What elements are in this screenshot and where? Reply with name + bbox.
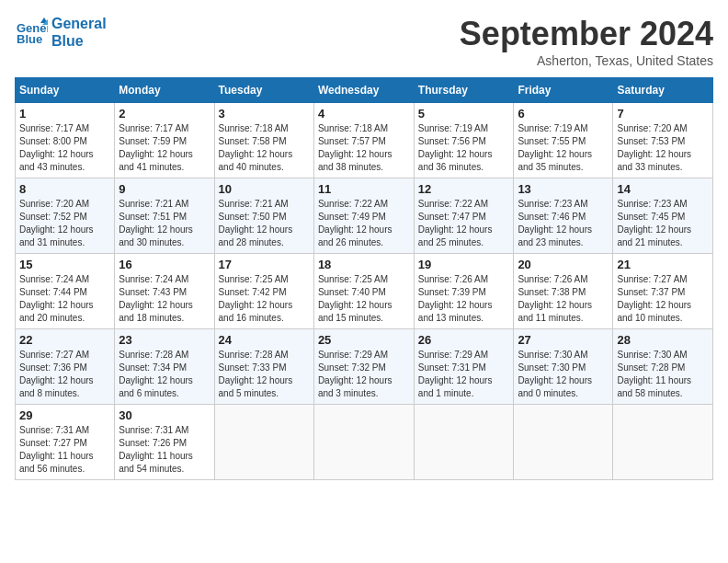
calendar-table: SundayMondayTuesdayWednesdayThursdayFrid… [15, 77, 713, 480]
day-number: 29 [19, 408, 110, 422]
day-info: Sunrise: 7:30 AM Sunset: 7:30 PM Dayligh… [518, 349, 609, 400]
column-header-sunday: Sunday [16, 78, 115, 103]
day-number: 20 [518, 258, 609, 271]
day-info: Sunrise: 7:23 AM Sunset: 7:45 PM Dayligh… [617, 198, 709, 249]
calendar-cell: 8 Sunrise: 7:20 AM Sunset: 7:52 PM Dayli… [16, 178, 115, 254]
column-header-wednesday: Wednesday [313, 78, 414, 103]
calendar-cell: 28 Sunrise: 7:30 AM Sunset: 7:28 PM Dayl… [613, 329, 713, 405]
day-number: 10 [219, 182, 310, 196]
calendar-cell: 30 Sunrise: 7:31 AM Sunset: 7:26 PM Dayl… [115, 405, 214, 480]
day-info: Sunrise: 7:21 AM Sunset: 7:51 PM Dayligh… [119, 198, 210, 249]
calendar-cell: 13 Sunrise: 7:23 AM Sunset: 7:46 PM Dayl… [514, 178, 613, 254]
calendar-week-row: 22 Sunrise: 7:27 AM Sunset: 7:36 PM Dayl… [16, 329, 713, 405]
day-number: 25 [318, 333, 410, 347]
logo-text: General Blue [51, 15, 107, 50]
day-info: Sunrise: 7:19 AM Sunset: 7:55 PM Dayligh… [518, 122, 609, 174]
calendar-cell: 17 Sunrise: 7:25 AM Sunset: 7:42 PM Dayl… [214, 254, 313, 329]
calendar-cell [313, 405, 414, 480]
calendar-header-row: SundayMondayTuesdayWednesdayThursdayFrid… [16, 78, 713, 103]
day-number: 11 [318, 182, 410, 196]
day-number: 27 [518, 333, 609, 347]
month-year-title: September 2024 [460, 15, 713, 53]
calendar-cell: 22 Sunrise: 7:27 AM Sunset: 7:36 PM Dayl… [16, 329, 115, 405]
day-info: Sunrise: 7:19 AM Sunset: 7:56 PM Dayligh… [418, 122, 510, 174]
page-header: General Blue General Blue September 2024… [15, 15, 713, 68]
day-info: Sunrise: 7:20 AM Sunset: 7:52 PM Dayligh… [19, 198, 110, 249]
day-info: Sunrise: 7:23 AM Sunset: 7:46 PM Dayligh… [518, 198, 609, 249]
calendar-week-row: 29 Sunrise: 7:31 AM Sunset: 7:27 PM Dayl… [16, 405, 713, 480]
calendar-cell: 27 Sunrise: 7:30 AM Sunset: 7:30 PM Dayl… [514, 329, 613, 405]
column-header-monday: Monday [115, 78, 214, 103]
day-info: Sunrise: 7:22 AM Sunset: 7:49 PM Dayligh… [318, 198, 410, 249]
day-info: Sunrise: 7:27 AM Sunset: 7:37 PM Dayligh… [617, 273, 709, 325]
logo-icon: General Blue [15, 16, 48, 49]
calendar-cell: 11 Sunrise: 7:22 AM Sunset: 7:49 PM Dayl… [313, 178, 414, 254]
calendar-cell: 2 Sunrise: 7:17 AM Sunset: 7:59 PM Dayli… [115, 103, 214, 178]
day-info: Sunrise: 7:26 AM Sunset: 7:39 PM Dayligh… [418, 273, 510, 325]
day-number: 7 [617, 107, 709, 121]
day-number: 30 [119, 408, 210, 422]
day-info: Sunrise: 7:31 AM Sunset: 7:27 PM Dayligh… [19, 424, 110, 476]
calendar-week-row: 1 Sunrise: 7:17 AM Sunset: 8:00 PM Dayli… [16, 103, 713, 178]
day-info: Sunrise: 7:18 AM Sunset: 7:58 PM Dayligh… [219, 122, 310, 174]
day-info: Sunrise: 7:31 AM Sunset: 7:26 PM Dayligh… [119, 424, 210, 476]
day-info: Sunrise: 7:24 AM Sunset: 7:43 PM Dayligh… [119, 273, 210, 325]
day-number: 15 [19, 258, 110, 271]
calendar-cell: 4 Sunrise: 7:18 AM Sunset: 7:57 PM Dayli… [313, 103, 414, 178]
day-number: 18 [318, 258, 410, 271]
day-number: 9 [119, 182, 210, 196]
day-info: Sunrise: 7:26 AM Sunset: 7:38 PM Dayligh… [518, 273, 609, 325]
day-number: 28 [617, 333, 709, 347]
calendar-cell [214, 405, 313, 480]
day-number: 24 [219, 333, 310, 347]
logo: General Blue General Blue [15, 15, 107, 50]
calendar-cell: 1 Sunrise: 7:17 AM Sunset: 8:00 PM Dayli… [16, 103, 115, 178]
day-number: 14 [617, 182, 709, 196]
location-subtitle: Asherton, Texas, United States [460, 53, 713, 68]
calendar-cell: 5 Sunrise: 7:19 AM Sunset: 7:56 PM Dayli… [414, 103, 514, 178]
calendar-cell [613, 405, 713, 480]
day-info: Sunrise: 7:28 AM Sunset: 7:33 PM Dayligh… [219, 349, 310, 400]
day-info: Sunrise: 7:22 AM Sunset: 7:47 PM Dayligh… [418, 198, 510, 249]
day-number: 23 [119, 333, 210, 347]
calendar-week-row: 8 Sunrise: 7:20 AM Sunset: 7:52 PM Dayli… [16, 178, 713, 254]
day-number: 5 [418, 107, 510, 121]
calendar-cell: 18 Sunrise: 7:25 AM Sunset: 7:40 PM Dayl… [313, 254, 414, 329]
day-number: 2 [119, 107, 210, 121]
calendar-cell: 9 Sunrise: 7:21 AM Sunset: 7:51 PM Dayli… [115, 178, 214, 254]
calendar-cell: 19 Sunrise: 7:26 AM Sunset: 7:39 PM Dayl… [414, 254, 514, 329]
day-info: Sunrise: 7:17 AM Sunset: 8:00 PM Dayligh… [19, 122, 110, 174]
day-info: Sunrise: 7:30 AM Sunset: 7:28 PM Dayligh… [617, 349, 709, 400]
day-number: 17 [219, 258, 310, 271]
calendar-cell: 29 Sunrise: 7:31 AM Sunset: 7:27 PM Dayl… [16, 405, 115, 480]
day-number: 19 [418, 258, 510, 271]
day-number: 6 [518, 107, 609, 121]
calendar-cell: 24 Sunrise: 7:28 AM Sunset: 7:33 PM Dayl… [214, 329, 313, 405]
day-info: Sunrise: 7:25 AM Sunset: 7:40 PM Dayligh… [318, 273, 410, 325]
day-number: 1 [19, 107, 110, 121]
day-number: 22 [19, 333, 110, 347]
day-info: Sunrise: 7:24 AM Sunset: 7:44 PM Dayligh… [19, 273, 110, 325]
column-header-friday: Friday [514, 78, 613, 103]
day-number: 3 [219, 107, 310, 121]
calendar-cell: 15 Sunrise: 7:24 AM Sunset: 7:44 PM Dayl… [16, 254, 115, 329]
day-number: 26 [418, 333, 510, 347]
column-header-thursday: Thursday [414, 78, 514, 103]
day-info: Sunrise: 7:18 AM Sunset: 7:57 PM Dayligh… [318, 122, 410, 174]
calendar-cell: 12 Sunrise: 7:22 AM Sunset: 7:47 PM Dayl… [414, 178, 514, 254]
calendar-cell: 21 Sunrise: 7:27 AM Sunset: 7:37 PM Dayl… [613, 254, 713, 329]
day-info: Sunrise: 7:29 AM Sunset: 7:32 PM Dayligh… [318, 349, 410, 400]
calendar-cell: 10 Sunrise: 7:21 AM Sunset: 7:50 PM Dayl… [214, 178, 313, 254]
calendar-cell: 7 Sunrise: 7:20 AM Sunset: 7:53 PM Dayli… [613, 103, 713, 178]
calendar-cell: 6 Sunrise: 7:19 AM Sunset: 7:55 PM Dayli… [514, 103, 613, 178]
day-info: Sunrise: 7:25 AM Sunset: 7:42 PM Dayligh… [219, 273, 310, 325]
calendar-week-row: 15 Sunrise: 7:24 AM Sunset: 7:44 PM Dayl… [16, 254, 713, 329]
day-number: 16 [119, 258, 210, 271]
calendar-cell: 25 Sunrise: 7:29 AM Sunset: 7:32 PM Dayl… [313, 329, 414, 405]
day-number: 12 [418, 182, 510, 196]
svg-text:Blue: Blue [17, 32, 42, 46]
calendar-cell: 26 Sunrise: 7:29 AM Sunset: 7:31 PM Dayl… [414, 329, 514, 405]
calendar-cell: 20 Sunrise: 7:26 AM Sunset: 7:38 PM Dayl… [514, 254, 613, 329]
day-info: Sunrise: 7:27 AM Sunset: 7:36 PM Dayligh… [19, 349, 110, 400]
day-info: Sunrise: 7:20 AM Sunset: 7:53 PM Dayligh… [617, 122, 709, 174]
